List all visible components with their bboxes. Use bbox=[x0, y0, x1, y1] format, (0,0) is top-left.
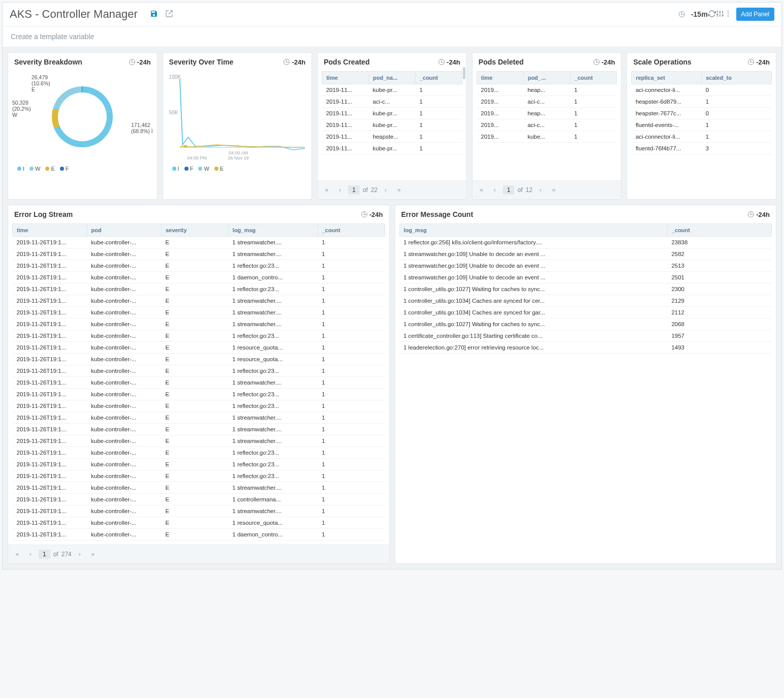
table-row[interactable]: 2019-11...aci-c...1 bbox=[322, 96, 462, 108]
table-row[interactable]: 1 controller_utils.go:1027] Waiting for … bbox=[399, 283, 772, 295]
table-row[interactable]: 1 controller_utils.go:1034] Caches are s… bbox=[399, 307, 772, 319]
col-pod[interactable]: pod bbox=[87, 224, 162, 237]
table-row[interactable]: 2019-11...kube-pr...1 bbox=[322, 143, 462, 154]
pager-first-icon[interactable]: « bbox=[322, 185, 332, 195]
pager-next-icon[interactable]: › bbox=[75, 549, 85, 559]
global-time-range[interactable]: -15m bbox=[679, 10, 708, 18]
table-row[interactable]: 2019-11-26T19:1...kube-controller-...E1 … bbox=[13, 342, 385, 354]
col-count[interactable]: _count bbox=[570, 72, 617, 84]
col-logmsg[interactable]: log_msg bbox=[228, 224, 318, 237]
table-row[interactable]: 1 leaderelection.go:270] error retrievin… bbox=[399, 342, 772, 354]
table-row[interactable]: 2019...aci-c...1 bbox=[477, 119, 617, 131]
table-row[interactable]: 2019...heap...1 bbox=[477, 108, 617, 119]
template-variable-hint[interactable]: Create a template variable bbox=[3, 26, 781, 47]
table-row[interactable]: 2019-11-26T19:1...kube-controller-...E1 … bbox=[13, 248, 385, 260]
table-row[interactable]: 2019-11-26T19:1...kube-controller-...E1 … bbox=[13, 389, 385, 400]
pager-next-icon[interactable]: › bbox=[536, 185, 546, 195]
col-count[interactable]: _count bbox=[318, 224, 385, 237]
table-row[interactable]: 2019-11-26T19:1...kube-controller-...E1 … bbox=[13, 459, 385, 470]
col-time[interactable]: time bbox=[13, 224, 87, 237]
legend-i[interactable]: I bbox=[17, 166, 24, 172]
table-row[interactable]: 1 reflector.go:256] k8s.io/client-go/inf… bbox=[399, 237, 772, 248]
table-row[interactable]: 2019-11-26T19:1...kube-controller-...E1 … bbox=[13, 354, 385, 365]
save-icon[interactable] bbox=[150, 10, 158, 19]
panel-time-range[interactable]: -24h bbox=[593, 58, 615, 66]
table-row[interactable]: 2019-11-26T19:1...kube-controller-...E1 … bbox=[13, 424, 385, 435]
table-row[interactable]: 2019-11-26T19:1...kube-controller-...E1 … bbox=[13, 400, 385, 412]
table-row[interactable]: 1 streamwatcher.go:109] Unable to decode… bbox=[399, 272, 772, 283]
table-row[interactable]: 2019-11-26T19:1...kube-controller-...E1 … bbox=[13, 412, 385, 424]
legend-f[interactable]: F bbox=[60, 166, 69, 172]
pager-prev-icon[interactable]: ‹ bbox=[490, 185, 500, 195]
table-row[interactable]: heapster-6d879...1 bbox=[632, 96, 772, 108]
col-time[interactable]: time bbox=[477, 72, 523, 84]
table-row[interactable]: 2019...heap...1 bbox=[477, 84, 617, 96]
legend-e[interactable]: E bbox=[45, 166, 54, 172]
panel-time-range[interactable]: -24h bbox=[129, 58, 151, 66]
col-severity[interactable]: severity bbox=[162, 224, 229, 237]
table-row[interactable]: 2019-11-26T19:1...kube-controller-...E1 … bbox=[13, 517, 385, 529]
pager-prev-icon[interactable]: ‹ bbox=[335, 185, 345, 195]
table-row[interactable]: 2019-11-26T19:1...kube-controller-...E1 … bbox=[13, 319, 385, 330]
col-replica[interactable]: replica_set bbox=[632, 72, 702, 84]
col-count[interactable]: _count bbox=[667, 224, 771, 237]
table-row[interactable]: 2019-11-26T19:1...kube-controller-...E1 … bbox=[13, 307, 385, 319]
legend-w[interactable]: W bbox=[198, 166, 209, 172]
legend-i[interactable]: I bbox=[172, 166, 179, 172]
panel-time-range[interactable]: -24h bbox=[748, 58, 770, 66]
table-row[interactable]: 2019-11-26T19:1...kube-controller-...E1 … bbox=[13, 482, 385, 494]
table-row[interactable]: fluentd-events-...1 bbox=[632, 119, 772, 131]
table-row[interactable]: heapster-7677c...0 bbox=[632, 108, 772, 119]
panel-time-range[interactable]: -24h bbox=[361, 211, 383, 218]
table-row[interactable]: 1 controller_utils.go:1034] Caches are s… bbox=[399, 295, 772, 307]
pager-last-icon[interactable]: » bbox=[394, 185, 404, 195]
pager-last-icon[interactable]: » bbox=[549, 185, 559, 195]
col-scaled[interactable]: scaled_to bbox=[702, 72, 772, 84]
add-panel-button[interactable]: Add Panel bbox=[736, 8, 774, 21]
table-row[interactable]: 2019-11-26T19:1...kube-controller-...E1 … bbox=[13, 494, 385, 505]
table-row[interactable]: 2019-11-26T19:1...kube-controller-...E1 … bbox=[13, 330, 385, 342]
table-row[interactable]: 2019-11-26T19:1...kube-controller-...E1 … bbox=[13, 295, 385, 307]
panel-time-range[interactable]: -24h bbox=[284, 58, 305, 66]
pager-first-icon[interactable]: « bbox=[12, 549, 22, 559]
table-row[interactable]: 2019-11-26T19:1...kube-controller-...E1 … bbox=[13, 505, 385, 517]
col-pod[interactable]: pod_... bbox=[523, 72, 570, 84]
col-logmsg[interactable]: log_msg bbox=[399, 224, 667, 237]
table-row[interactable]: 2019-11-26T19:1...kube-controller-...E1 … bbox=[13, 260, 385, 272]
panel-time-range[interactable]: -24h bbox=[438, 58, 460, 66]
table-row[interactable]: 2019...kube...1 bbox=[477, 131, 617, 143]
settings-icon[interactable] bbox=[716, 10, 724, 19]
pager-next-icon[interactable]: › bbox=[381, 185, 391, 195]
table-row[interactable]: 2019-11...heapste...1 bbox=[322, 131, 462, 143]
table-row[interactable]: aci-connector-li...0 bbox=[632, 84, 772, 96]
table-row[interactable]: aci-connector-li...1 bbox=[632, 131, 772, 143]
table-row[interactable]: 2019-11-26T19:1...kube-controller-...E1 … bbox=[13, 377, 385, 389]
legend-w[interactable]: W bbox=[29, 166, 40, 172]
panel-time-range[interactable]: -24h bbox=[748, 211, 770, 218]
legend-e[interactable]: E bbox=[214, 166, 224, 172]
table-row[interactable]: 2019-11-26T19:1...kube-controller-...E1 … bbox=[13, 470, 385, 482]
table-row[interactable]: fluentd-76f4b77...3 bbox=[632, 143, 772, 154]
table-row[interactable]: 2019-11-26T19:1...kube-controller-...E1 … bbox=[13, 529, 385, 541]
table-row[interactable]: 2019-11-26T19:1...kube-controller-...E1 … bbox=[13, 283, 385, 295]
share-icon[interactable] bbox=[165, 10, 173, 19]
table-row[interactable]: 2019-11-26T19:1...kube-controller-...E1 … bbox=[13, 365, 385, 377]
legend-f[interactable]: F bbox=[184, 166, 194, 172]
table-row[interactable]: 2019-11...kube-pr...1 bbox=[322, 84, 462, 96]
refresh-icon[interactable] bbox=[708, 10, 716, 19]
table-row[interactable]: 2019-11-26T19:1...kube-controller-...E1 … bbox=[13, 272, 385, 283]
scrollbar-thumb[interactable] bbox=[463, 69, 465, 79]
table-row[interactable]: 2019...aci-c...1 bbox=[477, 96, 617, 108]
table-row[interactable]: 2019-11-26T19:1...kube-controller-...E1 … bbox=[13, 447, 385, 459]
more-icon[interactable] bbox=[724, 10, 732, 19]
table-row[interactable]: 1 streamwatcher.go:109] Unable to decode… bbox=[399, 260, 772, 272]
pager-last-icon[interactable]: » bbox=[88, 549, 98, 559]
table-row[interactable]: 2019-11...kube-pr...1 bbox=[322, 119, 462, 131]
table-row[interactable]: 2019-11-26T19:1...kube-controller-...E1 … bbox=[13, 237, 385, 248]
table-row[interactable]: 1 certificate_controller.go:113] Startin… bbox=[399, 330, 772, 342]
pager-first-icon[interactable]: « bbox=[477, 185, 487, 195]
pager-prev-icon[interactable]: ‹ bbox=[25, 549, 36, 559]
table-row[interactable]: 1 streamwatcher.go:109] Unable to decode… bbox=[399, 248, 772, 260]
table-row[interactable]: 2019-11...kube-pr...1 bbox=[322, 108, 462, 119]
table-row[interactable]: 2019-11-26T19:1...kube-controller-...E1 … bbox=[13, 435, 385, 447]
